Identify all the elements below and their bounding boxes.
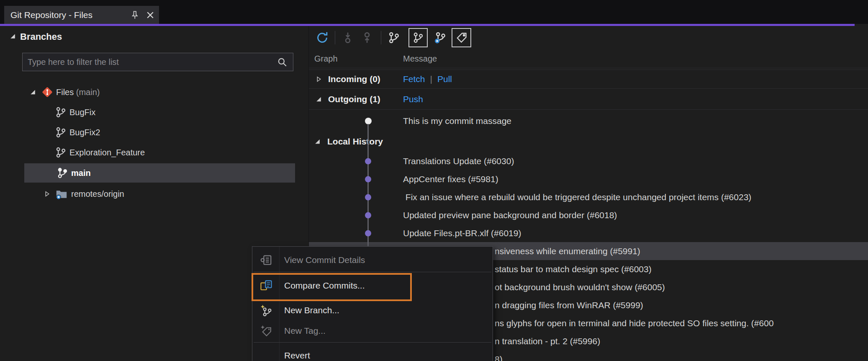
expand-arrow-icon[interactable] [44, 191, 51, 198]
commit-message: 8) [495, 354, 503, 361]
toggle-tags-button[interactable] [452, 28, 471, 47]
tree-item-label: remotes/origin [71, 189, 124, 199]
branch-icon [54, 126, 67, 139]
refresh-icon [316, 31, 329, 44]
branches-header: Branches [0, 28, 308, 45]
context-menu: View Commit Details Compare Commits... [252, 246, 493, 361]
tab-title: Git Repository - Files [10, 10, 128, 20]
toolbar-separator [381, 31, 381, 44]
menu-item-view-commit-details[interactable]: View Commit Details [252, 250, 493, 270]
commit-message: Updated preview pane background and bord… [403, 210, 617, 220]
toggle-remote-branches-button[interactable] [431, 28, 449, 47]
collapse-arrow-icon[interactable] [315, 95, 322, 103]
git-repo-icon [41, 86, 54, 98]
pull-link[interactable]: Pull [437, 74, 452, 84]
fetch-link[interactable]: Fetch [403, 74, 425, 84]
tree-item-label: BugFix [69, 108, 95, 117]
menu-item-new-tag[interactable]: New Tag... [252, 321, 493, 340]
commit-message: status bar to match design spec (#6003) [495, 264, 652, 274]
commit-dot-icon [365, 194, 371, 200]
commit-dot-icon [365, 230, 371, 236]
tree-item-branch-main-current[interactable]: main [0, 163, 308, 183]
push-link[interactable]: Push [403, 94, 423, 104]
new-branch-icon [259, 304, 273, 317]
commit-row[interactable]: Fix an issue where a rebuild would be tr… [309, 188, 868, 206]
revert-icon-placeholder [259, 349, 273, 361]
push-button[interactable] [358, 28, 376, 47]
current-branch-icon [56, 167, 69, 179]
commit-message: Update Files.pt-BR.xlf (#6019) [403, 228, 521, 238]
commit-message: This is my commit massage [403, 116, 511, 126]
tree-item-branch-bugfix2[interactable]: BugFix2 [0, 123, 308, 142]
commit-row[interactable]: Updated preview pane background and bord… [309, 206, 868, 224]
vs-git-repository-window: Git Repository - Files Branches [0, 0, 868, 361]
link-separator: | [430, 74, 432, 84]
commit-dot-icon [365, 158, 371, 164]
commit-message: Fix an issue where a rebuild would be tr… [403, 192, 751, 202]
branch-remote-icon [434, 31, 446, 44]
local-history-label: Local History [327, 137, 383, 147]
tab-git-repository-files[interactable]: Git Repository - Files [4, 6, 159, 24]
tag-icon [456, 32, 467, 44]
commit-message: Translations Update (#6030) [403, 156, 514, 166]
branch-filter-input[interactable] [23, 57, 275, 67]
arrow-down-circle-icon [342, 31, 354, 44]
commit-details-icon [259, 253, 273, 267]
expand-arrow-icon[interactable] [315, 76, 322, 83]
branch-icon [412, 32, 424, 44]
collapse-arrow-icon[interactable] [314, 138, 321, 145]
branch-filter [22, 53, 293, 71]
expand-arrow-icon[interactable] [29, 89, 36, 96]
search-icon [275, 55, 289, 69]
toggle-local-branches-button[interactable] [408, 28, 428, 47]
remote-folder-icon [55, 188, 68, 200]
collapse-arrow-icon[interactable] [9, 33, 16, 40]
commit-dot-icon [365, 212, 371, 218]
branches-heading: Branches [20, 31, 62, 42]
outgoing-commit-node-icon [365, 118, 372, 124]
branch-icon [54, 146, 67, 159]
toolbar-separator [335, 31, 335, 44]
pin-icon[interactable] [128, 8, 141, 22]
menu-separator [254, 342, 491, 343]
commit-message: ot background brush wouldn't show (#6005… [495, 282, 665, 292]
outgoing-section-row[interactable]: Outgoing (1) Push [309, 89, 868, 110]
tree-item-label: Files (main) [56, 88, 100, 97]
commit-row[interactable]: AppCenter fixes (#5981) [309, 170, 868, 188]
commit-row[interactable]: Update Files.pt-BR.xlf (#6019) [309, 224, 868, 242]
tree-item-label: BugFix2 [69, 128, 100, 137]
menu-separator [254, 272, 491, 272]
refresh-button[interactable] [313, 28, 331, 47]
commit-message: n dragging files from WinRAR (#5999) [495, 300, 643, 310]
commit-message: n translation - pt. 2 (#5996) [495, 336, 600, 346]
column-header-graph[interactable]: Graph [314, 54, 338, 64]
menu-item-revert[interactable]: Revert [252, 346, 493, 361]
tree-item-repo-files[interactable]: Files (main) [0, 83, 308, 102]
tree-item-branch-bugfix[interactable]: BugFix [0, 103, 308, 122]
outgoing-commit-row[interactable]: This is my commit massage [309, 110, 868, 132]
incoming-label: Incoming (0) [328, 74, 380, 84]
fetch-button[interactable] [339, 28, 357, 47]
tree-item-remotes-origin[interactable]: remotes/origin [0, 184, 308, 204]
close-icon[interactable] [144, 8, 157, 22]
commit-message: nsiveness while enumerating (#5991) [495, 246, 640, 256]
commit-row[interactable]: Translations Update (#6030) [309, 152, 868, 170]
new-tag-icon [259, 324, 273, 338]
menu-item-new-branch[interactable]: New Branch... [252, 300, 493, 320]
incoming-section-row[interactable]: Incoming (0) Fetch | Pull [309, 70, 868, 89]
branch-icon [388, 31, 400, 44]
arrow-up-circle-icon [361, 31, 373, 44]
tab-strip: Git Repository - Files [0, 0, 868, 24]
branch-icon [54, 106, 67, 119]
tree-item-label: main [71, 168, 91, 178]
tree-item-branch-exploration-feature[interactable]: Exploration_Feature [0, 143, 308, 162]
outgoing-label: Outgoing (1) [328, 94, 380, 104]
commit-message: ns glyphs for open in terminal and hide … [495, 318, 774, 328]
tree-item-label: Exploration_Feature [69, 148, 145, 157]
branch-graph-button[interactable] [385, 28, 403, 47]
column-headers: Graph Message [309, 49, 868, 68]
annotation-highlight-box [252, 273, 412, 301]
commit-message: AppCenter fixes (#5981) [403, 174, 498, 184]
column-header-message[interactable]: Message [403, 54, 437, 64]
local-history-section-row[interactable]: Local History [309, 132, 868, 151]
